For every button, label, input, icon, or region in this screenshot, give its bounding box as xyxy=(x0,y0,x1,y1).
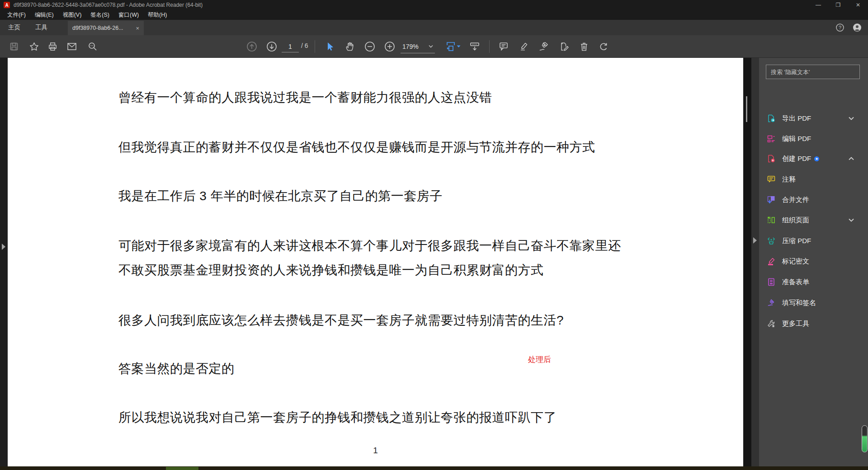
sidebar-item-label: 注释 xyxy=(782,175,796,184)
print-button[interactable] xyxy=(45,39,60,54)
sidebar-item-comment[interactable]: 注释 xyxy=(759,169,868,189)
sidebar-item-more-tools[interactable]: 更多工具 xyxy=(759,314,868,334)
zoom-level-value: 179% xyxy=(402,43,419,50)
close-button[interactable]: ✕ xyxy=(848,0,868,10)
fill-sign-button[interactable] xyxy=(556,39,571,54)
export-pdf-icon xyxy=(767,114,776,123)
menu-bar: 文件(F) 编辑(E) 视图(V) 签名(S) 窗口(W) 帮助(H) xyxy=(0,10,868,20)
chevron-down-icon xyxy=(848,218,854,222)
select-tool-button[interactable] xyxy=(322,39,337,54)
hand-tool-button[interactable] xyxy=(342,39,358,54)
page-number-label: 1 xyxy=(8,446,743,456)
minimize-button[interactable]: — xyxy=(808,0,828,10)
rotate-button[interactable] xyxy=(596,39,611,54)
envelope-icon xyxy=(66,41,77,52)
acrobat-window: A d9f38970-8ab6-2622-5448-3a067ae0c078.p… xyxy=(0,0,868,470)
edit-pdf-icon xyxy=(767,134,776,143)
sidebar-item-export-pdf[interactable]: 导出 PDF xyxy=(759,108,868,128)
svg-text:?: ? xyxy=(839,25,841,30)
fit-width-caret-icon[interactable] xyxy=(457,45,461,48)
tab-document[interactable]: d9f38970-8ab6-26... × xyxy=(68,21,144,35)
tab-home[interactable]: 主页 xyxy=(3,20,26,35)
save-button[interactable] xyxy=(6,39,22,54)
new-feature-badge: ★ xyxy=(814,156,819,161)
sidebar-item-prepare-form[interactable]: 准备表单 xyxy=(759,272,868,292)
red-annotation-text: 处理后 xyxy=(528,354,551,365)
sidebar-item-organize-pages[interactable]: 组织页面 xyxy=(759,210,868,230)
trash-icon xyxy=(579,41,590,52)
create-pdf-icon xyxy=(767,154,776,163)
bottom-edge-strip xyxy=(0,466,868,470)
panel-toggle-strip xyxy=(751,58,759,466)
toolbar-divider xyxy=(489,40,490,53)
page-number-input[interactable] xyxy=(282,41,299,52)
search-more-icon xyxy=(87,41,98,52)
more-tools-wrench-icon xyxy=(767,319,776,328)
pdf-page: 曾经有一个算命的人跟我说过我是一个蓄财能力很强的人这点没错 但我觉得真正的蓄财并… xyxy=(8,58,743,466)
tab-tools[interactable]: 工具 xyxy=(30,20,53,35)
document-line: 我是在工作后 3 年半的时候在北京买了自己的第一套房子 xyxy=(118,188,443,205)
page-down-icon xyxy=(266,41,278,52)
zoom-out-button[interactable] xyxy=(362,39,377,54)
reading-mode-icon xyxy=(469,41,481,52)
acrobat-icon: A xyxy=(4,2,10,8)
sidebar-item-compress-pdf[interactable]: 压缩 PDF xyxy=(759,231,868,251)
reading-mode-button[interactable] xyxy=(467,39,482,54)
document-line: 所以我想说说我对自己第一套房子的挣钱和攒钱之道别让夸张的报道吓趴下了 xyxy=(118,409,557,426)
tools-search-input[interactable] xyxy=(766,65,860,79)
highlighter-icon xyxy=(518,41,529,52)
document-tab-label: d9f38970-8ab6-26... xyxy=(72,25,123,31)
menu-edit[interactable]: 编辑(E) xyxy=(30,10,58,20)
highlight-button[interactable] xyxy=(516,39,531,54)
fill-sign-pen-icon xyxy=(767,298,776,307)
star-icon xyxy=(29,42,39,52)
find-button[interactable] xyxy=(85,39,100,54)
zoom-level-dropdown[interactable]: 179% xyxy=(401,40,435,53)
sidebar-item-label: 创建 PDF★ xyxy=(782,155,819,163)
comment-button[interactable] xyxy=(496,39,511,54)
sidebar-item-label: 填写和签名 xyxy=(782,299,816,307)
comment-note-icon xyxy=(767,175,776,184)
sidebar-item-label: 标记密文 xyxy=(782,257,809,266)
sign-button[interactable] xyxy=(536,39,551,54)
document-line: 但我觉得真正的蓄财并不仅仅是省钱也不仅仅是赚钱而是开源与节流并存的一种方式 xyxy=(118,139,595,156)
sidebar-item-fill-sign[interactable]: 填写和签名 xyxy=(759,293,868,313)
sidebar-toolbar-strip xyxy=(759,35,868,58)
tab-close-icon[interactable]: × xyxy=(136,25,139,32)
document-line: 答案当然的是否定的 xyxy=(118,360,235,377)
signature-pen-icon xyxy=(538,41,549,52)
zoom-in-button[interactable] xyxy=(382,39,397,54)
sidebar-item-create-pdf[interactable]: 创建 PDF★ xyxy=(759,149,868,169)
sidebar-item-label: 编辑 PDF xyxy=(782,135,811,143)
chevron-up-icon xyxy=(848,156,854,161)
title-bar: A d9f38970-8ab6-2622-5448-3a067ae0c078.p… xyxy=(0,0,868,10)
profile-avatar-icon[interactable] xyxy=(853,23,862,32)
menu-window[interactable]: 窗口(W) xyxy=(114,10,143,20)
email-button[interactable] xyxy=(64,39,80,54)
document-scrollbar[interactable] xyxy=(743,58,751,466)
next-page-button[interactable] xyxy=(264,39,279,54)
tools-sidebar: 导出 PDF 编辑 PDF 创建 PDF★ 注释 合并文件 组织页面 xyxy=(759,58,868,466)
sidebar-item-redact[interactable]: 标记密文 xyxy=(759,251,868,271)
menu-sign[interactable]: 签名(S) xyxy=(86,10,114,20)
menu-help[interactable]: 帮助(H) xyxy=(143,10,171,20)
pointer-icon xyxy=(324,41,335,52)
menu-view[interactable]: 视图(V) xyxy=(58,10,86,20)
help-icon[interactable]: ? xyxy=(835,23,844,32)
favorite-button[interactable] xyxy=(26,39,42,54)
fit-width-button[interactable] xyxy=(443,39,458,54)
document-line: 曾经有一个算命的人跟我说过我是一个蓄财能力很强的人这点没错 xyxy=(118,89,492,106)
sidebar-item-combine-files[interactable]: 合并文件 xyxy=(759,190,868,210)
menu-file[interactable]: 文件(F) xyxy=(3,10,30,20)
page-total-label: / 6 xyxy=(301,42,308,49)
previous-page-button[interactable] xyxy=(244,39,259,54)
scrollbar-thumb[interactable] xyxy=(746,96,747,122)
expand-left-panel-arrow[interactable] xyxy=(2,244,5,250)
restore-button[interactable]: ❐ xyxy=(828,0,848,10)
collapse-right-panel-arrow[interactable] xyxy=(753,237,757,244)
sidebar-item-edit-pdf[interactable]: 编辑 PDF xyxy=(759,129,868,149)
hand-icon xyxy=(344,41,355,52)
delete-pages-button[interactable] xyxy=(576,39,592,54)
sidebar-item-label: 更多工具 xyxy=(782,320,809,328)
sidebar-item-label: 组织页面 xyxy=(782,216,809,225)
